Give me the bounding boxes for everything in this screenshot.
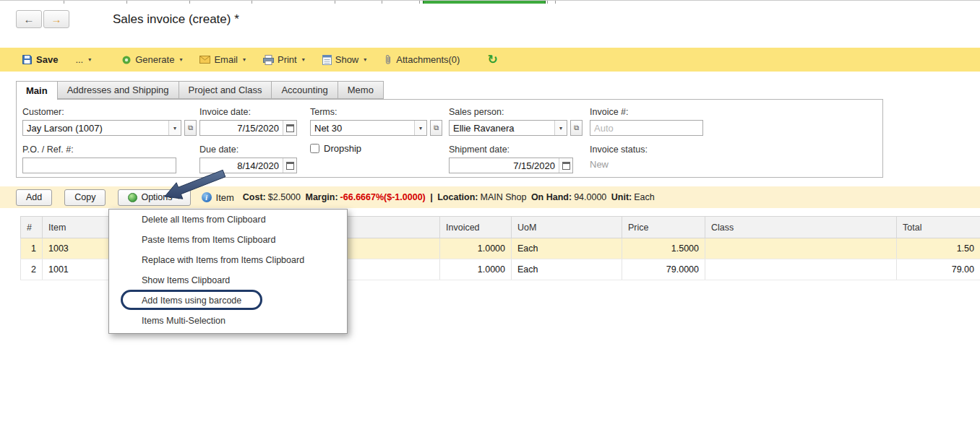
invoice-status-value: New <box>590 159 609 170</box>
tab-memo[interactable]: Memo <box>338 81 384 99</box>
cell-uom[interactable]: Each <box>512 259 622 280</box>
tab-project-class[interactable]: Project and Class <box>179 81 272 99</box>
menu-item-multi-selection[interactable]: Items Multi-Selection <box>109 311 347 331</box>
invoice-date-calendar-button[interactable] <box>283 121 296 135</box>
forward-button[interactable]: → <box>43 10 69 28</box>
unit-value: Each <box>634 192 655 202</box>
cell-price[interactable]: 1.5000 <box>622 238 705 259</box>
sales-person-label: Sales person: <box>449 107 504 117</box>
customer-label: Customer: <box>22 107 64 117</box>
chevron-down-icon: ▾ <box>419 125 422 131</box>
show-button[interactable]: Show ▾ <box>322 54 367 65</box>
options-label: Options <box>141 192 172 202</box>
tab-addresses-shipping-label: Addresses and Shipping <box>67 85 169 95</box>
show-icon <box>322 55 332 65</box>
chevron-down-icon: ▾ <box>364 56 366 63</box>
shipment-date-label: Shipment date: <box>449 145 510 155</box>
column-header-invoiced[interactable]: Invoiced <box>440 217 512 238</box>
calendar-icon <box>286 162 294 170</box>
header-bar: ← → Sales invoice (create) * <box>16 10 239 28</box>
chevron-down-icon: ▾ <box>559 125 562 131</box>
due-date-label: Due date: <box>199 145 238 155</box>
sales-person-input[interactable] <box>450 121 554 135</box>
terms-input[interactable] <box>311 121 414 135</box>
tab-addresses-shipping[interactable]: Addresses and Shipping <box>57 81 179 99</box>
cell-total[interactable]: 79.00 <box>897 259 980 280</box>
location-label: Location: <box>437 192 478 202</box>
print-label: Print <box>278 54 297 65</box>
add-item-button[interactable]: Add <box>16 189 52 206</box>
shipment-date-calendar-button[interactable] <box>559 158 572 173</box>
back-button[interactable]: ← <box>16 10 42 28</box>
sales-person-dropdown-button[interactable]: ▾ <box>554 121 567 135</box>
options-button[interactable]: Options ▾ <box>118 189 190 206</box>
cell-item[interactable]: 1003 <box>43 238 109 259</box>
cell-uom[interactable]: Each <box>512 238 622 259</box>
email-button[interactable]: Email ▾ <box>199 54 246 65</box>
menu-item-replace-items[interactable]: Replace with Items from Items Clipboard <box>109 250 347 270</box>
generate-icon <box>121 55 132 65</box>
due-date-field <box>199 158 297 173</box>
separator: | <box>430 192 433 202</box>
tab-main[interactable]: Main <box>16 81 58 100</box>
invoice-number-input[interactable] <box>590 121 702 135</box>
attachments-button[interactable]: Attachments(0) <box>384 54 460 65</box>
cell-price[interactable]: 79.0000 <box>622 259 705 280</box>
cell-invoiced[interactable]: 1.0000 <box>440 238 512 259</box>
chevron-down-icon: ▾ <box>302 56 305 63</box>
email-icon <box>199 56 210 64</box>
tab-accounting[interactable]: Accounting <box>271 81 338 99</box>
customer-choose-button[interactable]: ⧉ <box>184 120 197 136</box>
show-label: Show <box>335 54 359 65</box>
item-cost-summary: Cost:$2.5000 Margin:-66.6667%($-1.0000) … <box>243 192 657 202</box>
due-date-input[interactable] <box>200 158 283 173</box>
save-button[interactable]: Save <box>22 54 58 65</box>
customer-input[interactable] <box>23 121 168 135</box>
cell-total[interactable]: 1.50 <box>897 238 980 259</box>
print-button[interactable]: Print ▾ <box>263 54 305 65</box>
item-info-group: i Item <box>202 192 234 203</box>
column-header-num[interactable]: # <box>21 217 43 238</box>
column-header-class[interactable]: Class <box>705 217 897 238</box>
item-info-label: Item <box>216 192 234 203</box>
chevron-down-icon: ▾ <box>88 56 91 63</box>
margin-label: Margin: <box>305 192 338 202</box>
menu-item-show-clipboard[interactable]: Show Items Clipboard <box>109 270 347 290</box>
on-hand-label: On Hand: <box>531 192 572 202</box>
dropship-checkbox[interactable] <box>310 144 319 153</box>
active-browser-tab <box>423 1 546 4</box>
generate-button[interactable]: Generate ▾ <box>121 54 182 65</box>
copy-item-button[interactable]: Copy <box>64 189 106 206</box>
column-header-item[interactable]: Item <box>43 217 109 238</box>
save-label: Save <box>36 54 58 65</box>
cell-num[interactable]: 2 <box>21 259 43 280</box>
column-header-uom[interactable]: UoM <box>512 217 622 238</box>
cell-class[interactable] <box>705 259 897 280</box>
options-globe-icon <box>128 193 137 202</box>
invoice-number-label: Invoice #: <box>590 107 629 117</box>
terms-dropdown-button[interactable]: ▾ <box>414 121 426 135</box>
customer-dropdown-button[interactable]: ▾ <box>168 121 181 135</box>
invoice-date-input[interactable] <box>200 121 283 135</box>
cell-invoiced[interactable]: 1.0000 <box>440 259 512 280</box>
column-header-price[interactable]: Price <box>622 217 705 238</box>
sales-person-choose-button[interactable]: ⧉ <box>570 120 583 136</box>
terms-choose-button[interactable]: ⧉ <box>430 120 442 136</box>
margin-value: -66.6667%($-1.0000) <box>340 192 426 202</box>
column-header-total[interactable]: Total <box>897 217 980 238</box>
menu-item-add-barcode[interactable]: Add Items using barcode <box>109 290 347 311</box>
cell-item[interactable]: 1001 <box>43 259 109 280</box>
due-date-calendar-button[interactable] <box>283 158 296 173</box>
cell-class[interactable] <box>705 238 897 259</box>
attachments-label: Attachments(0) <box>396 54 460 65</box>
cell-num[interactable]: 1 <box>21 238 43 259</box>
print-icon <box>263 55 274 65</box>
menu-item-paste-items[interactable]: Paste Items from Items Clipboard <box>109 230 347 250</box>
more-actions-button[interactable]: ... ▾ <box>75 54 91 65</box>
refresh-button[interactable]: ↻ <box>487 53 497 66</box>
cost-label: Cost: <box>243 192 266 202</box>
shipment-date-input[interactable] <box>450 158 559 173</box>
menu-item-delete-all[interactable]: Delete all Items from Clipboard <box>109 210 347 230</box>
unit-label: Unit: <box>611 192 632 202</box>
po-ref-input[interactable] <box>23 158 176 173</box>
